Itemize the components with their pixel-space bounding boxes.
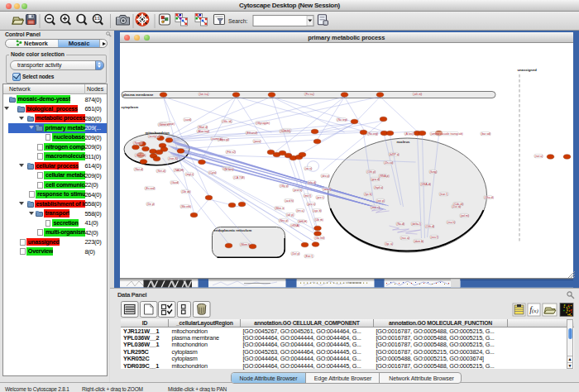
svg-text:(GalLac): (GalLac) (135, 154, 146, 157)
svg-text:(Cdc di): (Cdc di) (453, 203, 463, 206)
svg-text:(RNA p): (RNA p) (379, 174, 389, 178)
svg-text:(not a): (not a) (534, 155, 543, 158)
svg-text:(Es wol): (Es wol) (145, 187, 155, 190)
svg-text:(Ub m): (Ub m) (314, 218, 323, 222)
svg-text:(Nat-d): (Nat-d) (134, 168, 143, 171)
svg-text:(Matt d): (Matt d) (198, 126, 208, 129)
svg-text:(Db vb): (Db vb) (181, 190, 190, 194)
svg-text:(came g): (came g) (211, 137, 222, 141)
svg-text:(alt p): (alt p) (286, 213, 294, 217)
svg-text:endoplasmic reticulum: endoplasmic reticulum (213, 228, 251, 232)
svg-text:(cla d): (cla d) (308, 181, 315, 184)
svg-text:(Spec b): (Spec b) (133, 141, 144, 145)
svg-text:(lgc a): (lgc a) (385, 242, 392, 246)
svg-text:(lys b): (lys b) (364, 193, 371, 196)
svg-text:(Nu-d): (Nu-d) (396, 222, 404, 226)
svg-text:(amino vacuole transp ab): (amino vacuole transp ab) (430, 132, 462, 136)
svg-text:(Nnc p): (Nnc p) (279, 219, 288, 222)
svg-text:(De p): (De p) (146, 203, 154, 206)
svg-text:(grw d): (grw d) (371, 178, 380, 181)
svg-text:nucleus: nucleus (396, 140, 409, 144)
svg-text:(acetyl c): (acetyl c) (148, 135, 160, 138)
svg-text:(b farn): (b farn) (224, 168, 233, 171)
svg-text:(met c): (met c) (371, 206, 380, 209)
svg-text:(bHLH): (bHLH) (298, 220, 307, 223)
svg-text:(card): (card) (184, 118, 191, 122)
svg-text:(nuc a): (nuc a) (400, 237, 409, 240)
svg-text:(Go Iml): (Go Iml) (314, 237, 324, 240)
svg-text:(so n): (so n) (304, 167, 312, 170)
svg-text:(prot k): (prot k) (293, 189, 302, 192)
svg-text:(DNA-d): (DNA-d) (420, 183, 430, 186)
svg-text:(Nu-org): (Nu-org) (367, 132, 378, 136)
svg-text:(oxi p): (oxi p) (376, 199, 384, 203)
svg-text:(NADH): (NADH) (174, 169, 184, 172)
svg-text:(acd h): (acd h) (285, 199, 294, 203)
svg-text:(Fe tra): (Fe tra) (304, 93, 313, 96)
svg-text:(Mnn s): (Mnn s) (275, 207, 285, 210)
svg-text:(dom b): (dom b) (414, 240, 423, 243)
svg-text:(para): (para) (253, 140, 261, 143)
svg-text:(Ethanol): (Ethanol) (246, 131, 257, 135)
svg-text:(bZIP a): (bZIP a) (389, 153, 399, 156)
svg-text:(ess f): (ess f) (430, 236, 438, 239)
svg-text:(Gene e): (Gene e) (158, 123, 169, 127)
svg-text:(pre t): (pre t) (316, 196, 323, 199)
svg-text:(mit f): (mit f) (304, 194, 311, 198)
svg-text:(Mo eth): (Mo eth) (180, 205, 191, 208)
svg-text:(Fib s2): (Fib s2) (226, 151, 236, 154)
svg-text:unassigned: unassigned (517, 68, 537, 72)
svg-text:(A losi): (A losi) (404, 132, 413, 136)
svg-text:(Glic td): (Glic td) (222, 120, 232, 123)
svg-text:(Mem t): (Mem t) (240, 243, 250, 246)
svg-text:(lactic): (lactic) (282, 129, 290, 132)
svg-text:(bar od): (bar od) (481, 132, 490, 136)
svg-text:(CA 748): (CA 748) (233, 176, 244, 179)
svg-text:(Nu orp): (Nu orp) (337, 118, 347, 122)
svg-text:cytoplasm: cytoplasm (121, 105, 138, 109)
svg-text:(hyd a): (hyd a) (374, 186, 383, 189)
svg-text:(rna h): (rna h) (447, 221, 455, 224)
svg-text:(lon tra): (lon tra) (199, 93, 208, 96)
svg-text:(Gly p): (Gly p) (280, 184, 288, 188)
svg-text:(delta-l): (delta-l) (411, 222, 421, 226)
svg-text:(pro s): (pro s) (307, 203, 315, 206)
svg-text:(tran l): (tran l) (439, 193, 447, 196)
svg-text:(Strt-d): (Strt-d) (156, 170, 165, 173)
svg-text:(Oth-d): (Oth-d) (425, 225, 434, 228)
svg-text:(Iron-S): (Iron-S) (168, 157, 178, 160)
svg-text:(Alan top): (Alan top) (197, 130, 209, 133)
svg-text:(cyc b): (cyc b) (313, 209, 321, 213)
svg-text:(rRNA): (rRNA) (290, 224, 299, 227)
svg-text:plasma membrane: plasma membrane (122, 93, 153, 97)
svg-text:(Oth p): (Oth p) (366, 170, 376, 174)
svg-text:(Gard): (Gard) (170, 181, 179, 184)
svg-text:(fung): (fung) (429, 170, 437, 174)
svg-text:(Cyto): (Cyto) (208, 171, 216, 174)
svg-text:(dro p): (dro p) (321, 174, 329, 178)
svg-text:(Zn-co): (Zn-co) (384, 161, 393, 165)
svg-text:(Extr l): (Extr l) (304, 255, 313, 258)
svg-text:(trn a): (trn a) (296, 209, 304, 213)
svg-text:(Glycogen): (Glycogen) (256, 122, 270, 125)
svg-text:1:1: 1:1 (94, 17, 100, 21)
svg-text:(Dvl p): (Dvl p) (291, 252, 299, 256)
svg-text:(myl-t): (myl-t) (185, 173, 194, 176)
svg-text:(oth m): (oth m) (413, 93, 422, 96)
svg-text:(ana f): (ana f) (323, 188, 331, 191)
svg-text:(pol m): (pol m) (460, 214, 469, 218)
svg-text:(Cha d): (Cha d) (484, 196, 493, 199)
